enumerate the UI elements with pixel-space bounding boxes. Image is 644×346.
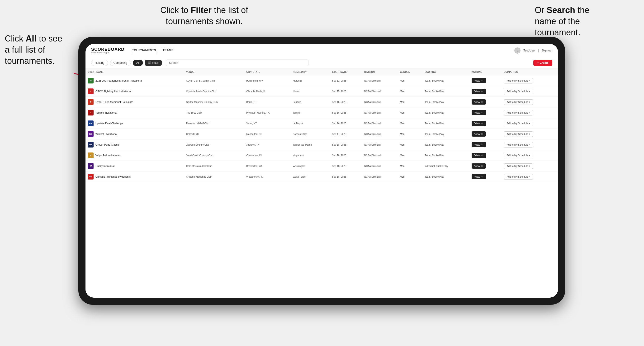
tab-all[interactable]: All xyxy=(133,60,143,66)
event-name: Husky Individual xyxy=(96,165,114,168)
team-logo: LM xyxy=(88,121,94,126)
search-box xyxy=(166,59,308,66)
view-button[interactable]: View 👁 xyxy=(472,78,486,83)
logo-text: SCOREBOARD xyxy=(91,47,124,51)
view-button[interactable]: View 👁 xyxy=(472,89,486,94)
start-date-cell: Sep 16, 2023 xyxy=(330,118,362,129)
actions-cell: View 👁 xyxy=(469,75,501,86)
gender-cell: Men xyxy=(398,150,422,161)
add-to-schedule-button[interactable]: Add to My Schedule + xyxy=(504,131,533,137)
add-to-schedule-button[interactable]: Add to My Schedule + xyxy=(504,78,533,83)
division-cell: NCAA Division I xyxy=(362,129,398,140)
venue-cell: Shuttle Meadow Country Club xyxy=(184,97,244,107)
tab-hosting[interactable]: Hosting xyxy=(91,60,108,66)
eye-icon: 👁 xyxy=(481,165,483,168)
competing-cell: Add to My Schedule + xyxy=(501,140,558,150)
tab-competing[interactable]: Competing xyxy=(110,60,131,66)
col-city-state: CITY, STATE xyxy=(244,69,290,75)
add-to-schedule-button[interactable]: Add to My Schedule + xyxy=(504,110,533,116)
filter-button[interactable]: ☰ Filter xyxy=(145,60,162,66)
start-date-cell: Sep 11, 2023 xyxy=(330,75,362,86)
start-date-cell: Sep 16, 2023 xyxy=(330,97,362,107)
competing-cell: Add to My Schedule + xyxy=(501,86,558,97)
annotation-all: Click All to seea full list oftournament… xyxy=(5,33,81,66)
team-logo: F xyxy=(88,99,94,105)
team-logo: I xyxy=(88,88,94,94)
col-venue: VENUE xyxy=(184,69,244,75)
nav-teams[interactable]: TEAMS xyxy=(163,47,174,53)
view-button[interactable]: View 👁 xyxy=(472,174,486,179)
scoring-cell: Team, Stroke Play xyxy=(422,140,469,150)
view-button[interactable]: View 👁 xyxy=(472,142,486,147)
start-date-cell: Sep 18, 2023 xyxy=(330,161,362,172)
gender-cell: Men xyxy=(398,86,422,97)
col-actions: ACTIONS xyxy=(469,69,501,75)
actions-cell: View 👁 xyxy=(469,140,501,150)
table-row: KS Wildcat Invitational Colbert Hills Ma… xyxy=(86,129,558,140)
header-left: SCOREBOARD Powered by clippd TOURNAMENTS… xyxy=(91,47,173,54)
view-button[interactable]: View 👁 xyxy=(472,121,486,126)
event-name: Chicago Highlands Invitational xyxy=(96,175,130,178)
start-date-cell: Sep 18, 2023 xyxy=(330,172,362,182)
division-cell: NCAA Division I xyxy=(362,97,398,107)
filter-label: Filter xyxy=(152,61,158,64)
event-name-cell: LM Upstate Dual Challenge xyxy=(88,121,182,126)
event-name-cell: KS Wildcat Invitational xyxy=(88,131,182,137)
event-name-cell: T Temple Invitational xyxy=(88,110,182,116)
view-button[interactable]: View 👁 xyxy=(472,164,486,169)
gender-cell: Men xyxy=(398,140,422,150)
start-date-cell: Sep 18, 2023 xyxy=(330,150,362,161)
scoring-cell: Team, Stroke Play xyxy=(422,97,469,107)
competing-cell: Add to My Schedule + xyxy=(501,172,558,182)
nav-tournaments[interactable]: TOURNAMENTS xyxy=(132,47,156,53)
user-avatar: U xyxy=(514,47,520,54)
view-button[interactable]: View 👁 xyxy=(472,99,486,105)
col-scoring: SCORING xyxy=(422,69,469,75)
competing-cell: Add to My Schedule + xyxy=(501,150,558,161)
view-button[interactable]: View 👁 xyxy=(472,153,486,158)
create-button[interactable]: + Create xyxy=(533,60,552,66)
team-logo: UT xyxy=(88,142,94,148)
city-state-cell: Plymouth Meeting, PA xyxy=(244,107,290,118)
add-to-schedule-button[interactable]: Add to My Schedule + xyxy=(504,142,533,148)
event-name: OFCC Fighting Illini Invitational xyxy=(96,90,131,93)
hosted-by-cell: Wake Forest xyxy=(290,172,330,182)
division-cell: NCAA Division I xyxy=(362,161,398,172)
user-name: Test User xyxy=(523,49,536,52)
event-name: Ryan T. Lee Memorial Collegiate xyxy=(96,101,133,103)
team-logo: M xyxy=(88,78,94,83)
competing-cell: Add to My Schedule + xyxy=(501,161,558,172)
add-to-schedule-button[interactable]: Add to My Schedule + xyxy=(504,174,533,179)
add-to-schedule-button[interactable]: Add to My Schedule + xyxy=(504,153,533,158)
col-competing: COMPETING xyxy=(501,69,558,75)
view-button[interactable]: View 👁 xyxy=(472,131,486,137)
col-start-date: START DATE xyxy=(330,69,362,75)
sign-out-link[interactable]: Sign out xyxy=(542,49,552,52)
table-row: LM Upstate Dual Challenge Ravenwood Golf… xyxy=(86,118,558,129)
event-name: 2023 Joe Feaganes Marshall Invitational xyxy=(96,79,142,82)
add-to-schedule-button[interactable]: Add to My Schedule + xyxy=(504,99,533,105)
team-logo: KS xyxy=(88,131,94,137)
eye-icon: 👁 xyxy=(481,133,483,135)
add-to-schedule-button[interactable]: Add to My Schedule + xyxy=(504,164,533,169)
hosted-by-cell: Marshall xyxy=(290,75,330,86)
hosted-by-cell: Fairfield xyxy=(290,97,330,107)
search-input[interactable] xyxy=(166,59,308,66)
actions-cell: View 👁 xyxy=(469,150,501,161)
actions-cell: View 👁 xyxy=(469,86,501,97)
eye-icon: 👁 xyxy=(481,79,483,82)
eye-icon: 👁 xyxy=(481,111,483,114)
competing-cell: Add to My Schedule + xyxy=(501,118,558,129)
event-name-cell: WF Chicago Highlands Invitational xyxy=(88,174,182,179)
start-date-cell: Sep 18, 2023 xyxy=(330,140,362,150)
gender-cell: Men xyxy=(398,172,422,182)
add-to-schedule-button[interactable]: Add to My Schedule + xyxy=(504,89,533,94)
venue-cell: The 1912 Club xyxy=(184,107,244,118)
view-button[interactable]: View 👁 xyxy=(472,110,486,115)
event-name-cell: UT Grover Page Classic xyxy=(88,142,182,148)
actions-cell: View 👁 xyxy=(469,97,501,107)
venue-cell: Ravenwood Golf Club xyxy=(184,118,244,129)
scoring-cell: Team, Stroke Play xyxy=(422,150,469,161)
add-to-schedule-button[interactable]: Add to My Schedule + xyxy=(504,121,533,126)
gender-cell: Men xyxy=(398,107,422,118)
